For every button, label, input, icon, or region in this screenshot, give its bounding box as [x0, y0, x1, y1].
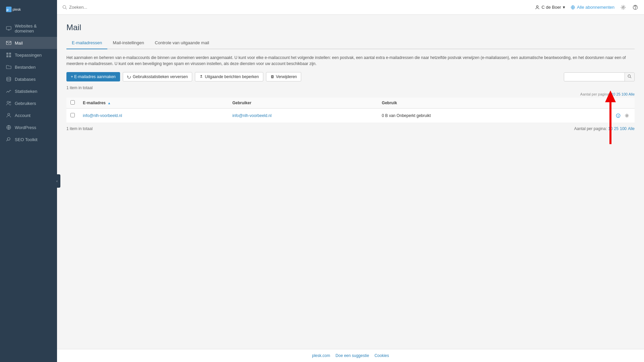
- emailadres-header: E-mailadres ▲: [79, 98, 228, 109]
- footer-pleskcom[interactable]: plesk.com: [312, 353, 330, 358]
- select-all-checkbox[interactable]: [70, 100, 75, 105]
- page-size-100-bottom[interactable]: 100: [620, 126, 627, 131]
- footer: plesk.com Doe een suggestie Cookies: [57, 349, 644, 362]
- footer-suggestie[interactable]: Doe een suggestie: [335, 353, 369, 358]
- users-icon: [6, 101, 11, 106]
- page-size-all-bottom[interactable]: Alle: [628, 126, 635, 131]
- person-icon: [6, 113, 11, 118]
- topbar-right: C de Boer ▾ Alle abonnementen: [535, 4, 639, 11]
- svg-text:plesk: plesk: [13, 7, 21, 11]
- svg-rect-5: [6, 53, 8, 55]
- globe-icon: [571, 5, 575, 10]
- info-button[interactable]: [614, 112, 622, 119]
- content-area: Mail E-mailadressen Mail-instellingen Co…: [57, 15, 644, 349]
- sidebar-item-account[interactable]: Account: [0, 109, 57, 121]
- create-email-button[interactable]: + E-mailadres aanmaken: [66, 72, 120, 81]
- sidebar-item-bestanden[interactable]: Bestanden: [0, 61, 57, 73]
- row-settings-button[interactable]: [623, 112, 631, 119]
- row-checkbox[interactable]: [70, 113, 75, 117]
- sidebar-item-mail[interactable]: Mail: [0, 37, 57, 49]
- gebruiker-link[interactable]: info@nlh-voorbeeld.nl: [232, 113, 272, 118]
- dropdown-arrow: ▾: [563, 5, 565, 10]
- refresh-icon: [127, 75, 131, 79]
- svg-point-20: [628, 75, 631, 77]
- svg-rect-6: [9, 53, 11, 55]
- svg-point-17: [623, 6, 624, 8]
- sidebar-item-label: WordPress: [15, 125, 36, 130]
- subscriptions-menu[interactable]: Alle abonnementen: [571, 5, 614, 10]
- limit-outgoing-label: Uitgaande berichten beperken: [205, 74, 259, 79]
- svg-point-9: [7, 77, 11, 78]
- help-icon[interactable]: [632, 4, 639, 11]
- svg-text:p: p: [7, 8, 9, 11]
- wordpress-icon: [6, 125, 11, 130]
- sidebar-item-statistieken[interactable]: Statistieken: [0, 85, 57, 97]
- sidebar-item-label: Websites & domeinen: [15, 23, 51, 34]
- email-table: E-mailadres ▲ Gebruiker Gebruik: [66, 98, 635, 123]
- pagination-bottom: 1 item in totaal Aantal per pagina: 10 2…: [66, 126, 635, 131]
- svg-point-12: [8, 113, 10, 115]
- email-cell: info@nlh-voorbeeld.nl: [79, 109, 228, 123]
- gebruiker-label: Gebruiker: [232, 101, 252, 105]
- svg-point-19: [635, 8, 636, 9]
- svg-point-11: [9, 102, 11, 103]
- search-input[interactable]: [69, 5, 136, 10]
- sidebar-item-databases[interactable]: Databases: [0, 73, 57, 85]
- svg-rect-7: [6, 55, 8, 57]
- sidebar-item-label: Statistieken: [15, 89, 37, 94]
- sidebar-item-toepassingen[interactable]: Toepassingen: [0, 49, 57, 61]
- sidebar-item-label: Bestanden: [15, 65, 36, 70]
- sidebar-collapse-btn[interactable]: ‹: [54, 174, 60, 188]
- svg-rect-8: [9, 55, 11, 57]
- sidebar-item-label: SEO Toolkit: [15, 137, 38, 142]
- delete-button[interactable]: Verwijderen: [266, 72, 302, 81]
- table-search-button[interactable]: [625, 73, 634, 81]
- limit-outgoing-button[interactable]: Uitgaande berichten beperken: [195, 72, 263, 81]
- page-size-25[interactable]: 25: [616, 92, 621, 96]
- svg-point-15: [537, 5, 538, 7]
- folder-icon: [6, 64, 11, 70]
- pagination-top: Aantal per pagina: 10 25 100 Alle: [66, 92, 635, 96]
- apps-icon: [6, 52, 11, 58]
- delete-label: Verwijderen: [276, 74, 297, 79]
- search-icon: [62, 5, 67, 10]
- page-size-25-bottom[interactable]: 25: [614, 126, 619, 131]
- user-name: C de Boer: [541, 5, 561, 10]
- table-search-input[interactable]: [564, 73, 625, 81]
- row-actions: [562, 112, 631, 119]
- sidebar-item-seo[interactable]: SEO Toolkit: [0, 133, 57, 145]
- settings-icon[interactable]: [620, 4, 627, 11]
- select-all-header: [66, 98, 79, 109]
- row-checkbox-cell: [66, 109, 79, 123]
- page-size-100[interactable]: 100: [622, 92, 628, 96]
- refresh-stats-button[interactable]: Gebruiksstatistieken verversen: [123, 72, 192, 81]
- sidebar-item-label: Gebruikers: [15, 101, 36, 106]
- tab-emailadressen[interactable]: E-mailadressen: [66, 38, 107, 49]
- search-icon: [628, 74, 632, 78]
- page-size-all[interactable]: Alle: [629, 92, 635, 96]
- desktop-icon: [6, 26, 11, 31]
- page-size-10[interactable]: 10: [611, 92, 615, 96]
- page-size-10-bottom[interactable]: 10: [608, 126, 612, 131]
- toolbar: + E-mailadres aanmaken Gebruiksstatistie…: [66, 72, 635, 81]
- sidebar-item-label: Account: [15, 113, 31, 118]
- sidebar-item-websites[interactable]: Websites & domeinen: [0, 20, 57, 37]
- svg-point-22: [626, 115, 628, 116]
- sidebar-item-wordpress[interactable]: WordPress: [0, 121, 57, 133]
- tabs: E-mailadressen Mail-instellingen Control…: [66, 38, 635, 49]
- tab-mailinstellingen[interactable]: Mail-instellingen: [107, 38, 149, 49]
- footer-cookies[interactable]: Cookies: [374, 353, 389, 358]
- actions-header: [558, 98, 635, 109]
- topbar-search-area: [62, 5, 531, 10]
- tab-controle[interactable]: Controle van uitgaande mail: [150, 38, 215, 49]
- delete-icon: [270, 75, 274, 79]
- main-area: C de Boer ▾ Alle abonnementen Mail: [57, 0, 644, 362]
- sidebar: p plesk Websites & domeinen Mail Toepass…: [0, 0, 57, 362]
- email-link[interactable]: info@nlh-voorbeeld.nl: [83, 113, 122, 118]
- logo: p plesk: [0, 0, 57, 19]
- database-icon: [6, 76, 11, 82]
- user-menu[interactable]: C de Boer ▾: [535, 5, 565, 10]
- sidebar-item-label: Toepassingen: [15, 53, 42, 58]
- sidebar-item-gebruikers[interactable]: Gebruikers: [0, 97, 57, 109]
- row-actions-cell: [558, 109, 635, 123]
